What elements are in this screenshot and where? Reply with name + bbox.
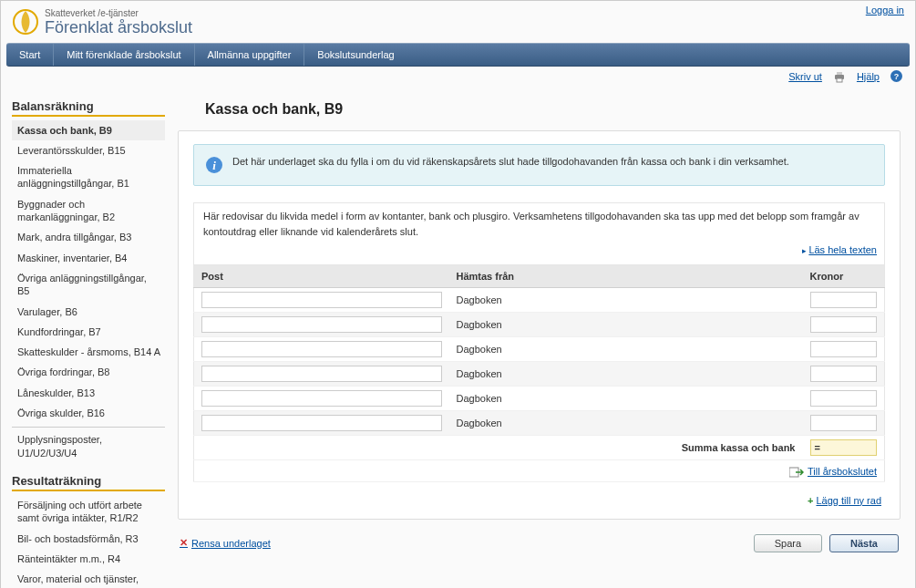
help-icon[interactable]: ?	[890, 70, 902, 82]
sidebar-resultat-item[interactable]: Bil- och bostadsförmån, R3	[12, 529, 165, 549]
main-nav: Start Mitt förenklade årsbokslut Allmänn…	[6, 43, 910, 67]
col-post: Post	[194, 265, 449, 288]
post-input[interactable]	[201, 341, 442, 357]
table-row: Dagboken	[194, 336, 885, 361]
sidebar-balans-item[interactable]: Kassa och bank, B9	[12, 120, 165, 140]
from-cell: Dagboken	[449, 386, 803, 410]
data-table: Post Hämtas från Kronor DagbokenDagboken…	[193, 265, 885, 482]
kronor-input[interactable]	[810, 292, 878, 308]
sidebar-balans-item[interactable]: Låneskulder, B13	[12, 383, 165, 403]
sidebar: Balansräkning Kassa och bank, B9Leverant…	[6, 92, 169, 588]
nav-bokslut[interactable]: Bokslutsunderlag	[304, 44, 407, 66]
description-text: Här redovisar du likvida medel i form av…	[193, 202, 885, 244]
kronor-input[interactable]	[810, 415, 878, 431]
post-input[interactable]	[201, 390, 442, 407]
table-row: Dagboken	[194, 287, 885, 312]
sidebar-heading-resultat: Resultaträkning	[12, 474, 165, 491]
table-row: Dagboken	[194, 410, 885, 435]
print-link[interactable]: Skriv ut	[788, 71, 822, 82]
brand-line1: Skatteverket /e-tjänster	[45, 8, 192, 18]
post-input[interactable]	[201, 366, 442, 382]
info-text: Det här underlaget ska du fylla i om du …	[232, 154, 789, 170]
svg-rect-3	[837, 78, 842, 82]
sub-bar: Skriv ut Hjälp ?	[1, 67, 915, 87]
brand: Skatteverket /e-tjänster Förenklat årsbo…	[8, 5, 192, 41]
sum-value: =	[810, 439, 878, 456]
from-cell: Dagboken	[449, 287, 803, 312]
sum-label: Summa kassa och bank	[449, 435, 803, 459]
sidebar-resultat-item[interactable]: Försäljning och utfört arbete samt övrig…	[12, 495, 165, 529]
sidebar-resultat-item[interactable]: Varor, material och tjänster, R5/R6/R7	[12, 569, 165, 588]
sidebar-heading-balans: Balansräkning	[12, 99, 165, 117]
help-link[interactable]: Hjälp	[857, 71, 880, 82]
sidebar-balans-item[interactable]: Byggnader och markanläggningar, B2	[12, 194, 165, 228]
clear-link[interactable]: ✕ Rensa underlaget	[180, 537, 271, 549]
nav-start[interactable]: Start	[6, 44, 54, 66]
plus-icon: +	[808, 495, 813, 506]
nav-allmanna[interactable]: Allmänna uppgifter	[195, 44, 305, 66]
col-from: Hämtas från	[449, 265, 803, 288]
sidebar-list-resultat: Försäljning och utfört arbete samt övrig…	[12, 495, 165, 588]
logo-icon	[12, 8, 39, 37]
from-cell: Dagboken	[449, 361, 803, 386]
add-row-container: + Lägg till ny rad	[193, 482, 885, 506]
from-cell: Dagboken	[449, 410, 803, 435]
post-input[interactable]	[201, 316, 442, 333]
sidebar-list-balans: Kassa och bank, B9Leverantörsskulder, B1…	[12, 120, 165, 463]
sidebar-balans-item[interactable]: Immateriella anläggningstillgångar, B1	[12, 160, 165, 194]
post-input[interactable]	[201, 415, 442, 431]
sidebar-resultat-item[interactable]: Ränteintäkter m.m., R4	[12, 549, 165, 569]
table-row: Dagboken	[194, 312, 885, 336]
kronor-input[interactable]	[810, 366, 878, 382]
sidebar-balans-item[interactable]: Övriga skulder, B16	[12, 403, 165, 423]
kronor-input[interactable]	[810, 316, 878, 333]
sidebar-balans-item[interactable]: Övriga fordringar, B8	[12, 362, 165, 382]
sidebar-balans-item[interactable]: Leverantörsskulder, B15	[12, 140, 165, 160]
read-more-link[interactable]: Läs hela texten	[193, 244, 885, 265]
sidebar-balans-item[interactable]: Upplysningsposter, U1/U2/U3/U4	[12, 427, 165, 463]
svg-rect-2	[837, 72, 842, 75]
info-icon: i	[205, 156, 223, 176]
main-panel: Kassa och bank, B9 i Det här underlaget …	[169, 92, 910, 556]
top-bar: Skatteverket /e-tjänster Förenklat årsbo…	[1, 1, 915, 41]
page-title: Kassa och bank, B9	[178, 92, 901, 130]
sidebar-balans-item[interactable]: Skatteskulder - årsmoms, B14 A	[12, 342, 165, 362]
info-box: i Det här underlaget ska du fylla i om d…	[193, 144, 885, 186]
post-input[interactable]	[201, 292, 442, 308]
col-kronor: Kronor	[803, 265, 885, 288]
from-cell: Dagboken	[449, 336, 803, 361]
add-row-link[interactable]: Lägg till ny rad	[816, 495, 881, 506]
sidebar-balans-item[interactable]: Mark, andra tillgångar, B3	[12, 227, 165, 247]
clear-icon: ✕	[180, 537, 188, 549]
brand-line2: Förenklat årsbokslut	[45, 18, 192, 37]
kronor-input[interactable]	[810, 390, 878, 407]
nav-mitt[interactable]: Mitt förenklade årsbokslut	[54, 44, 194, 66]
sidebar-balans-item[interactable]: Varulager, B6	[12, 302, 165, 322]
sidebar-balans-item[interactable]: Övriga anläggningstillgångar, B5	[12, 268, 165, 302]
save-button[interactable]: Spara	[754, 534, 822, 552]
from-cell: Dagboken	[449, 312, 803, 336]
login-link[interactable]: Logga in	[866, 5, 908, 15]
footer-row: ✕ Rensa underlaget Spara Nästa	[178, 520, 901, 556]
kronor-input[interactable]	[810, 341, 878, 357]
table-row: Dagboken	[194, 386, 885, 410]
sidebar-balans-item[interactable]: Kundfordringar, B7	[12, 322, 165, 342]
table-row: Dagboken	[194, 361, 885, 386]
print-icon[interactable]	[833, 70, 846, 83]
next-button[interactable]: Nästa	[829, 534, 899, 552]
sidebar-balans-item[interactable]: Maskiner, inventarier, B4	[12, 248, 165, 268]
goto-arsbokslut-link[interactable]: Till årsbokslutet	[789, 466, 877, 478]
goto-icon	[789, 466, 804, 478]
svg-text:i: i	[212, 159, 216, 172]
